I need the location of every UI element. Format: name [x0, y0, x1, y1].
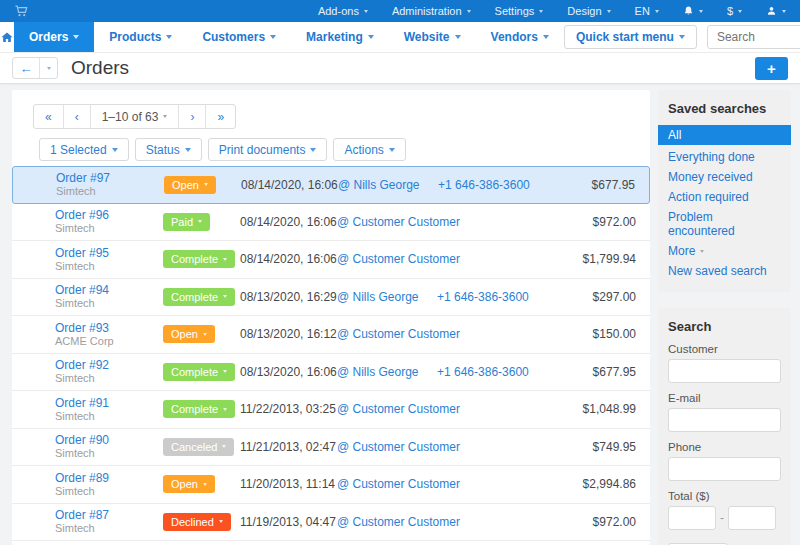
order-link[interactable]: Order #90	[55, 433, 151, 447]
order-phone-link[interactable]: +1 646-386-3600	[437, 290, 529, 304]
order-link[interactable]: Order #91	[55, 396, 151, 410]
pagination-next-button[interactable]: ›	[179, 105, 206, 128]
user-account-icon[interactable]	[766, 5, 786, 17]
order-customer-link[interactable]: @ Customer Customer	[337, 440, 460, 454]
order-date: 08/14/2020, 16:06	[240, 252, 337, 266]
nav-item-orders[interactable]: Orders	[14, 22, 94, 52]
order-link[interactable]: Order #93	[55, 321, 151, 335]
table-row[interactable]: Order #96 Simtech Paid 08/14/2020, 16:06…	[12, 204, 650, 242]
order-status-badge[interactable]: Complete	[163, 363, 235, 381]
order-customer-link[interactable]: @ Customer Customer	[337, 477, 460, 491]
saved-search-item[interactable]: Action required	[668, 187, 781, 207]
email-field[interactable]	[668, 408, 781, 432]
saved-search-item[interactable]: More	[668, 241, 781, 261]
quick-start-menu-button[interactable]: Quick start menu	[564, 25, 697, 49]
order-link[interactable]: Order #92	[55, 358, 151, 372]
order-status-badge[interactable]: Open	[163, 325, 215, 343]
nav-item-marketing[interactable]: Marketing	[291, 22, 389, 52]
order-customer-link[interactable]: @ Nills George	[338, 178, 420, 192]
bell-caret-icon	[699, 10, 703, 13]
pagination-first-button[interactable]: «	[34, 105, 64, 128]
order-customer-link[interactable]: @ Customer Customer	[337, 215, 460, 229]
order-status-badge[interactable]: Complete	[163, 400, 235, 418]
phone-field[interactable]	[668, 457, 781, 481]
home-icon[interactable]	[0, 22, 14, 52]
search-input[interactable]	[708, 30, 800, 44]
order-company: Simtech	[55, 222, 151, 235]
pagination-last-button[interactable]: »	[206, 105, 235, 128]
saved-search-item[interactable]: New saved search	[668, 261, 781, 281]
order-status-cell: Open	[152, 176, 241, 194]
pagination-range-dropdown[interactable]: 1–10 of 63	[91, 105, 180, 128]
order-status-badge[interactable]: Paid	[163, 213, 210, 231]
order-customer-link[interactable]: @ Nills George	[337, 290, 419, 304]
user-caret-icon	[782, 10, 786, 13]
order-link[interactable]: Order #97	[56, 171, 152, 185]
table-row[interactable]: Order #90 Simtech Canceled 11/21/2013, 0…	[12, 429, 650, 467]
status-caret-icon	[203, 483, 207, 486]
order-status-label: Open	[171, 328, 198, 340]
order-link[interactable]: Order #94	[55, 283, 151, 297]
total-to-field[interactable]	[728, 506, 776, 530]
topbar-menu-item[interactable]: Add-ons	[318, 5, 368, 17]
order-customer-link[interactable]: @ Customer Customer	[337, 252, 460, 266]
saved-search-label: New saved search	[668, 264, 767, 278]
table-row[interactable]: Order #92 Simtech Complete 08/13/2020, 1…	[12, 354, 650, 392]
pagination-prev-button[interactable]: ‹	[64, 105, 91, 128]
order-customer-link[interactable]: @ Customer Customer	[337, 327, 460, 341]
topbar-menu-item[interactable]: Design	[567, 5, 610, 17]
order-status-badge[interactable]: Complete	[163, 250, 235, 268]
saved-search-item[interactable]: Problem encountered	[668, 207, 781, 241]
toolbar-button[interactable]: Status	[135, 138, 202, 161]
table-row[interactable]: Order #95 Simtech Complete 08/14/2020, 1…	[12, 241, 650, 279]
order-status-badge[interactable]: Canceled	[163, 438, 234, 456]
back-button[interactable]: ←	[13, 58, 40, 78]
nav-item-customers[interactable]: Customers	[187, 22, 291, 52]
order-total: $150.00	[547, 327, 650, 341]
customer-field[interactable]	[668, 359, 781, 383]
topbar-menu-item[interactable]: EN	[635, 5, 659, 17]
search-panel: Search Customer E-mail Phone Total ($) -…	[658, 308, 791, 545]
order-customer-link[interactable]: @ Nills George	[337, 365, 419, 379]
table-row[interactable]: Order #93 ACME Corp Open 08/13/2020, 16:…	[12, 316, 650, 354]
order-link[interactable]: Order #95	[55, 246, 151, 260]
add-order-button[interactable]: +	[755, 57, 788, 80]
order-link[interactable]: Order #96	[55, 208, 151, 222]
table-row[interactable]: Order #94 Simtech Complete 08/13/2020, 1…	[12, 279, 650, 317]
total-from-field[interactable]	[668, 506, 716, 530]
topbar-menu-item[interactable]: Settings	[495, 5, 544, 17]
order-phone-link[interactable]: +1 646-386-3600	[438, 178, 530, 192]
orders-toolbar: 1 Selected Status Print documents Action…	[39, 138, 650, 161]
table-row[interactable]: Order #89 Simtech Open 11/20/2013, 11:14…	[12, 466, 650, 504]
table-row[interactable]: Order #97 Simtech Open 08/14/2020, 16:06…	[12, 166, 650, 204]
toolbar-button[interactable]: 1 Selected	[39, 138, 129, 161]
order-customer-link[interactable]: @ Customer Customer	[337, 402, 460, 416]
currency-menu[interactable]: $	[727, 5, 742, 17]
saved-search-item[interactable]: Money received	[668, 167, 781, 187]
order-company: Simtech	[55, 372, 151, 385]
toolbar-button[interactable]: Actions	[333, 138, 405, 161]
topbar-menu-item[interactable]: Administration	[392, 5, 471, 17]
order-phone-link[interactable]: +1 646-386-3600	[437, 365, 529, 379]
order-total: $972.00	[547, 515, 650, 529]
order-link[interactable]: Order #87	[55, 508, 151, 522]
menu-caret-icon	[539, 10, 543, 13]
order-status-cell: Complete	[151, 250, 240, 268]
notifications-bell-icon[interactable]	[683, 5, 703, 17]
order-link[interactable]: Order #89	[55, 471, 151, 485]
saved-search-item[interactable]: Everything done	[668, 147, 781, 167]
table-row[interactable]: Order #91 Simtech Complete 11/22/2013, 0…	[12, 391, 650, 429]
order-customer-link[interactable]: @ Customer Customer	[337, 515, 460, 529]
back-dropdown-button[interactable]	[40, 58, 57, 78]
order-status-badge[interactable]: Complete	[163, 288, 235, 306]
saved-search-item[interactable]: All	[658, 125, 791, 145]
order-status-badge[interactable]: Open	[164, 176, 216, 194]
nav-item-website[interactable]: Website	[389, 22, 476, 52]
nav-item-products[interactable]: Products	[94, 22, 187, 52]
nav-item-vendors[interactable]: Vendors	[476, 22, 564, 52]
table-row[interactable]: Order #87 Simtech Declined 11/19/2013, 0…	[12, 504, 650, 542]
toolbar-button[interactable]: Print documents	[208, 138, 328, 161]
order-status-badge[interactable]: Declined	[163, 513, 231, 531]
order-status-badge[interactable]: Open	[163, 475, 215, 493]
cart-icon[interactable]	[14, 4, 29, 18]
